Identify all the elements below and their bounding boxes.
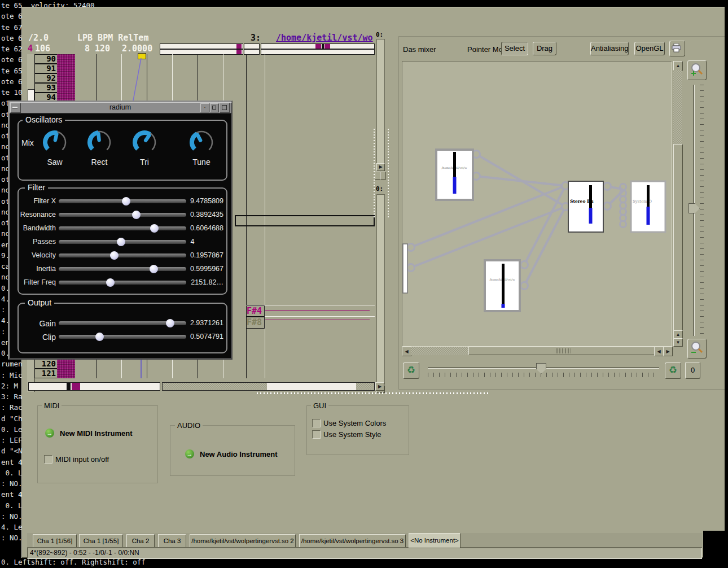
- panel-splitter-dots[interactable]: [257, 392, 488, 394]
- resonance-slider[interactable]: [59, 213, 186, 217]
- mixer-hscroll-left[interactable]: ◀: [402, 347, 411, 356]
- filterfreq-slider[interactable]: [59, 281, 186, 285]
- track-volume-slider[interactable]: [261, 49, 375, 55]
- velocity-graph-column[interactable]: [57, 54, 75, 102]
- mixer-vscroll-up[interactable]: ▲: [673, 61, 683, 71]
- mixer-node-stereo-bus[interactable]: Stereo Bu: [568, 181, 603, 232]
- mixer-hscrollbar[interactable]: [411, 347, 654, 355]
- slider-thumb[interactable]: [95, 333, 104, 341]
- velocity-graph-column[interactable]: [57, 359, 75, 378]
- reltempo-slider[interactable]: [28, 382, 160, 391]
- knob-tri[interactable]: [129, 126, 160, 158]
- gain-slider[interactable]: [59, 321, 186, 325]
- slider-thumb[interactable]: [122, 197, 130, 206]
- inertia-slider[interactable]: [59, 267, 186, 271]
- editor-track-path[interactable]: /home/kjetil/vst/wo: [276, 33, 373, 43]
- clip-slider[interactable]: [59, 335, 186, 339]
- slider-thumb[interactable]: [150, 265, 158, 273]
- knob-tune[interactable]: [186, 126, 217, 158]
- volume-mark: [324, 44, 330, 49]
- checkbox-icon[interactable]: [44, 455, 52, 464]
- antialiasing-button[interactable]: Antialiasing: [590, 42, 629, 55]
- mixer-graph: /home/kjetil/vst/w Stereo Bu System O: [402, 62, 672, 346]
- select-mode-button[interactable]: Select: [501, 42, 528, 55]
- mixer-zoom-in-button[interactable]: [687, 60, 707, 80]
- checkbox-icon[interactable]: [312, 430, 321, 439]
- mixer-node-system-out[interactable]: System O: [631, 181, 665, 232]
- tab-cha3[interactable]: Cha 3: [158, 534, 186, 547]
- note-cell[interactable]: F#4: [246, 305, 265, 317]
- velocity-slider[interactable]: [59, 254, 186, 257]
- midi-input-toggle[interactable]: MIDI input on/off: [44, 455, 151, 464]
- editor-hscrollbar[interactable]: [162, 382, 375, 391]
- tempo-slider-upper[interactable]: [160, 43, 243, 49]
- track-volume-slider[interactable]: [261, 43, 375, 49]
- knob-rect[interactable]: [84, 126, 115, 158]
- mixer-zoom-reset-button[interactable]: 0: [685, 362, 700, 379]
- zoom-slider-ticks: [428, 373, 659, 377]
- mixer-hscroll-left2[interactable]: ◀: [654, 347, 664, 356]
- node-volume-bar[interactable]: [589, 185, 592, 208]
- automation-node[interactable]: [138, 53, 146, 59]
- opengl-button[interactable]: OpenGL: [634, 42, 665, 55]
- editor-current-line: 4: [28, 43, 33, 54]
- spring-connector: [620, 184, 626, 228]
- track-zoom-minus-button[interactable]: [375, 172, 380, 180]
- editor-scroll-right-button[interactable]: ▶: [375, 382, 384, 391]
- tab-cha2[interactable]: Cha 2: [126, 534, 155, 547]
- track-zoom-label: 0:: [376, 185, 383, 193]
- checkbox-icon[interactable]: [312, 419, 321, 427]
- mixer-hscroll-right[interactable]: ▶: [663, 347, 673, 356]
- slider-thumb[interactable]: [110, 251, 119, 260]
- node-volume-bar[interactable]: [453, 152, 456, 177]
- new-midi-instrument-button[interactable]: → New MIDI Instrument: [45, 429, 152, 439]
- bandwidth-slider[interactable]: [59, 226, 186, 230]
- mix-label: Mix: [21, 138, 34, 147]
- slider-thumb[interactable]: [166, 319, 174, 327]
- tab-wolpertinger-2[interactable]: /home/kjetil/vst/wolpertingervst.so 2: [190, 534, 296, 547]
- mixer-vscroll-thumb[interactable]: [673, 144, 683, 331]
- note-cell[interactable]: F#8: [246, 317, 265, 329]
- splitter-dots[interactable]: [374, 129, 375, 219]
- editor-hscroll-thumb[interactable]: [267, 383, 356, 390]
- filterfreq-value: 2151.82…: [184, 278, 223, 286]
- mixer-reset-zoom-button-left[interactable]: ♻: [403, 362, 419, 379]
- mixer-node-partial[interactable]: [403, 244, 407, 293]
- splitter-dots[interactable]: [388, 129, 389, 219]
- tab-cha1-56[interactable]: Cha 1 [1/56]: [33, 534, 77, 547]
- drag-mode-button[interactable]: Drag: [533, 42, 556, 55]
- track-expand-button[interactable]: ▶: [376, 163, 385, 171]
- slider-thumb[interactable]: [150, 224, 159, 233]
- new-audio-instrument-button[interactable]: → New Audio Instrument: [185, 449, 292, 460]
- note-velocity-line[interactable]: [265, 310, 370, 311]
- tempo-slider-mark: [236, 50, 242, 54]
- track-zoom-plus-button[interactable]: [380, 172, 386, 180]
- note-velocity-line[interactable]: [265, 320, 370, 320]
- tab-wolpertinger-3[interactable]: /home/kjetil/vst/wolpertingervst.so 3: [299, 534, 406, 547]
- mixer-canvas[interactable]: /home/kjetil/vst/w Stereo Bu System O: [402, 61, 672, 347]
- node-volume-bar[interactable]: [647, 185, 650, 207]
- use-system-style-toggle[interactable]: Use System Style: [312, 430, 402, 439]
- mixer-node-vst-1[interactable]: /home/kjetil/vst/w: [436, 150, 473, 200]
- plugin-shade-button[interactable]: ·: [200, 103, 209, 112]
- mixer-vscroll-up2[interactable]: ▲: [673, 330, 683, 339]
- slider-thumb[interactable]: [132, 211, 141, 219]
- knob-saw[interactable]: [39, 126, 71, 158]
- tab-no-instrument[interactable]: <No Instrument>: [409, 533, 461, 548]
- print-button[interactable]: [669, 41, 685, 56]
- mixer-node-vst-2[interactable]: /home/kjetil/vst/w: [485, 260, 520, 311]
- use-system-colors-toggle[interactable]: Use System Colors: [312, 418, 402, 427]
- track-scrollbar[interactable]: [376, 39, 385, 164]
- node-volume-bar[interactable]: [502, 264, 505, 304]
- mixer-reset-zoom-button-right[interactable]: ♻: [665, 362, 681, 379]
- tab-cha1-55[interactable]: Cha 1 [1/55]: [79, 534, 123, 547]
- mixer-hscroll-thumb[interactable]: [468, 347, 655, 355]
- filterx-slider[interactable]: [59, 199, 186, 203]
- mixer-zoom-out-button[interactable]: [687, 339, 707, 359]
- track-pan-slider[interactable]: [244, 43, 260, 49]
- slider-thumb[interactable]: [117, 238, 125, 246]
- slider-thumb[interactable]: [106, 278, 115, 287]
- passes-slider[interactable]: [59, 240, 186, 244]
- mixer-vscroll-down[interactable]: ▼: [673, 338, 683, 347]
- track-scrollbar[interactable]: [376, 194, 385, 385]
